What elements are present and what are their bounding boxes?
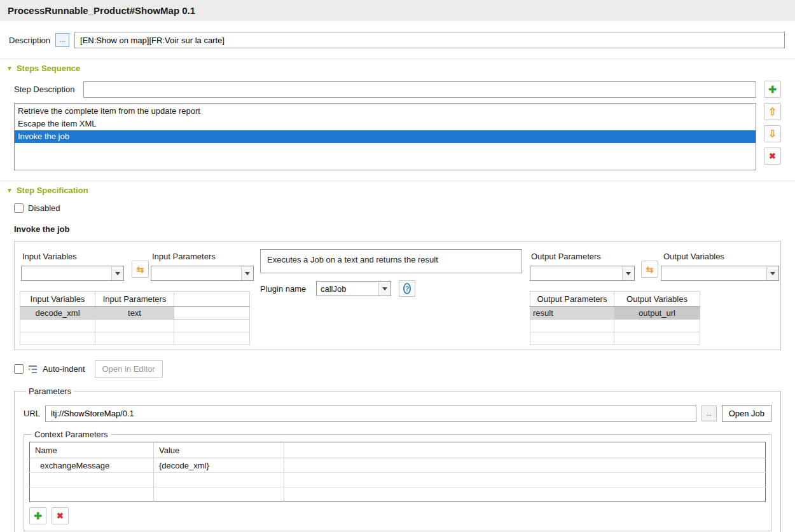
table-row[interactable] xyxy=(30,473,766,488)
chevron-down-icon: ▼ xyxy=(6,188,13,194)
auto-indent-checkbox[interactable] xyxy=(14,364,24,374)
plugin-help-button[interactable]: ? xyxy=(399,280,415,297)
move-up-button[interactable]: ⇧ xyxy=(764,103,781,120)
context-parameters-table[interactable]: Name Value exchangeMessage {decode_xml} xyxy=(29,442,766,502)
table-row[interactable] xyxy=(30,488,766,502)
column-header: Input Parameters xyxy=(95,292,174,307)
column-header: Input Variables xyxy=(20,292,95,307)
column-header: Output Variables xyxy=(614,292,700,307)
add-step-button[interactable]: ✚ xyxy=(764,81,781,98)
arrow-up-icon: ⇧ xyxy=(768,107,777,117)
column-header: Name xyxy=(30,442,154,458)
open-in-editor-button[interactable]: Open in Editor xyxy=(95,360,163,378)
add-context-parameter-button[interactable]: ✚ xyxy=(29,507,46,524)
description-input[interactable] xyxy=(74,32,785,48)
output-variables-label: Output Variables xyxy=(663,252,724,261)
step-specification-section-header[interactable]: ▼ Step Specification xyxy=(0,181,795,195)
steps-sequence-section-header[interactable]: ▼ Steps Sequence xyxy=(0,58,795,73)
disabled-row: Disabled xyxy=(14,203,795,213)
output-parameters-label: Output Parameters xyxy=(531,252,601,261)
chevron-down-icon xyxy=(378,282,391,296)
open-job-button[interactable]: Open Job xyxy=(722,405,771,422)
plugin-description-box: Executes a Job on a text and returns the… xyxy=(260,249,522,273)
table-row[interactable] xyxy=(530,320,700,332)
chevron-down-icon xyxy=(111,266,123,280)
output-variables-select[interactable] xyxy=(661,266,779,281)
description-browse-button[interactable]: ... xyxy=(55,33,69,47)
column-header: Output Parameters xyxy=(530,292,614,307)
output-parameters-select[interactable] xyxy=(530,266,635,281)
output-mapping-table[interactable]: Output Parameters Output Variables resul… xyxy=(530,291,700,345)
arrow-down-icon: ⇩ xyxy=(768,129,777,139)
window-title-bar: ProcessRunnable_Product#ShowMap 0.1 xyxy=(0,0,795,21)
description-label: Description xyxy=(9,36,50,45)
ellipsis-icon: ... xyxy=(60,37,65,43)
chevron-down-icon: ▼ xyxy=(6,65,13,72)
disabled-label: Disabled xyxy=(28,203,60,213)
parameters-group: Parameters URL ... Open Job Context Para… xyxy=(14,386,781,532)
input-variables-label: Input Variables xyxy=(22,252,77,261)
input-mapping-table[interactable]: Input Variables Input Parameters decode_… xyxy=(20,291,250,345)
table-row[interactable]: result output_url xyxy=(530,307,700,320)
delete-context-parameter-button[interactable]: ✖ xyxy=(52,507,69,524)
list-item[interactable]: Retrieve the complete item from the upda… xyxy=(15,105,756,118)
table-row[interactable] xyxy=(530,332,700,345)
auto-indent-label: Auto-indent xyxy=(43,364,85,374)
plugin-name-label: Plugin name xyxy=(260,284,306,294)
table-row[interactable] xyxy=(20,332,250,345)
table-row[interactable]: decode_xml text xyxy=(20,307,250,320)
move-down-button[interactable]: ⇩ xyxy=(764,125,781,142)
url-row: URL ... Open Job xyxy=(24,405,771,422)
context-parameters-legend: Context Parameters xyxy=(32,430,111,439)
delete-x-icon: ✖ xyxy=(57,512,64,520)
list-item-selected[interactable]: Invoke the job xyxy=(15,130,756,143)
delete-step-button[interactable]: ✖ xyxy=(764,147,781,165)
step-description-row: Step Description ✚ xyxy=(14,81,781,98)
table-row[interactable]: exchangeMessage {decode_xml} xyxy=(30,458,766,473)
column-header: Value xyxy=(154,442,284,458)
steps-list-buttons: ⇧ ⇩ ✖ xyxy=(764,103,781,170)
table-row[interactable] xyxy=(20,320,250,332)
step-description-input[interactable] xyxy=(83,81,756,98)
chevron-down-icon xyxy=(766,266,778,280)
auto-indent-icon xyxy=(28,364,38,374)
page-title: ProcessRunnable_Product#ShowMap 0.1 xyxy=(8,5,195,16)
plugin-spec-panel: Input Variables ⇆ Input Parameters Execu… xyxy=(14,241,781,350)
context-parameters-group: Context Parameters Name Value exchangeMe… xyxy=(24,430,771,531)
input-parameters-label: Input Parameters xyxy=(152,252,216,261)
plugin-name-select[interactable]: callJob xyxy=(316,281,391,296)
input-variables-select[interactable] xyxy=(21,266,124,281)
parameters-legend: Parameters xyxy=(26,386,74,396)
url-label: URL xyxy=(24,409,40,418)
selected-step-title: Invoke the job xyxy=(14,224,795,234)
list-item[interactable]: Escape the item XML xyxy=(15,118,756,130)
step-specification-title: Step Specification xyxy=(17,186,88,195)
url-browse-button[interactable]: ... xyxy=(702,406,717,421)
description-row: Description ... xyxy=(9,32,785,48)
swap-arrows-icon: ⇆ xyxy=(646,265,654,274)
chevron-down-icon xyxy=(241,266,253,280)
map-output-button[interactable]: ⇆ xyxy=(641,261,658,278)
ellipsis-icon: ... xyxy=(706,410,711,417)
help-icon: ? xyxy=(403,283,411,294)
context-parameters-buttons: ✚ ✖ xyxy=(29,507,766,524)
steps-sequence-title: Steps Sequence xyxy=(17,64,80,73)
step-description-label: Step Description xyxy=(14,85,74,94)
swap-arrows-icon: ⇆ xyxy=(137,265,144,274)
plus-icon: ✚ xyxy=(768,85,777,94)
input-parameters-select[interactable] xyxy=(151,266,254,281)
auto-indent-row: Auto-indent Open in Editor xyxy=(14,360,795,378)
url-input[interactable] xyxy=(45,406,696,422)
disabled-checkbox[interactable] xyxy=(14,203,24,213)
map-input-button[interactable]: ⇆ xyxy=(132,261,149,278)
steps-list-row: Retrieve the complete item from the upda… xyxy=(14,103,781,170)
plus-icon: ✚ xyxy=(34,511,42,521)
steps-list[interactable]: Retrieve the complete item from the upda… xyxy=(14,103,756,170)
chevron-down-icon xyxy=(622,266,634,280)
delete-x-icon: ✖ xyxy=(769,152,776,160)
